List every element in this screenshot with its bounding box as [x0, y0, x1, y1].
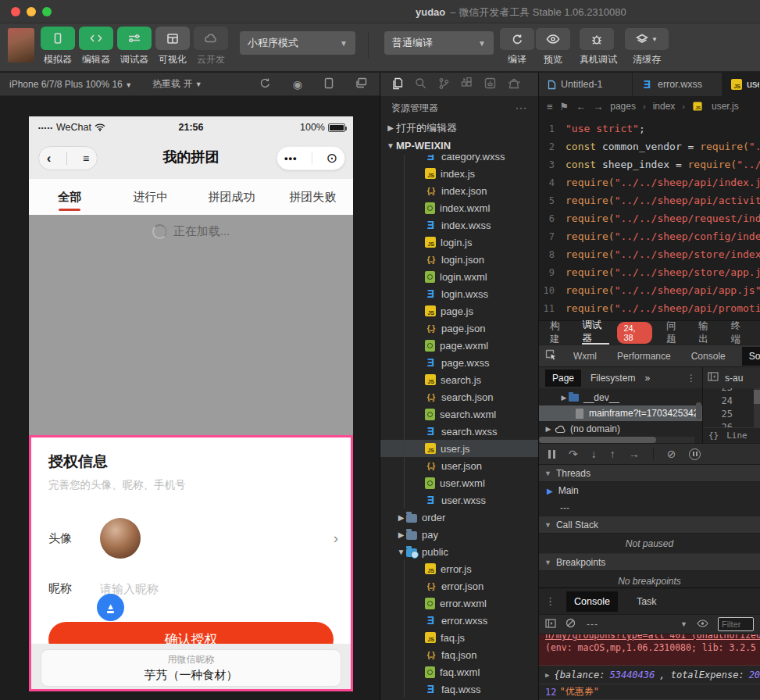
restart-simulator-icon[interactable]: [259, 77, 271, 91]
close-window-button[interactable]: [11, 7, 20, 16]
tab-in-progress[interactable]: 进行中: [110, 179, 191, 215]
code-line[interactable]: 4require("../../sheep/api/index.js": [539, 173, 760, 191]
collapse-sidebar-icon[interactable]: [708, 372, 719, 384]
multi-window-icon[interactable]: [355, 77, 367, 91]
file-row[interactable]: {..}faq.json: [380, 646, 538, 663]
vertical-scrollbar[interactable]: [754, 388, 760, 427]
more-tabs-icon[interactable]: »: [644, 373, 650, 384]
code-line[interactable]: 5require("../../sheep/api/activity.js": [539, 191, 760, 209]
file-row[interactable]: index.wxml: [380, 199, 538, 216]
file-row[interactable]: Ǝuser.wxss: [380, 491, 538, 509]
wechat-nickname-suggestion[interactable]: 用微信昵称 芋艿（一种食材）: [41, 649, 341, 687]
sitemap-icon[interactable]: [484, 77, 496, 91]
tab-build[interactable]: 构建: [550, 320, 568, 346]
tab-performance[interactable]: Performance: [613, 347, 675, 366]
code-line[interactable]: 8require("../../sheep/store/index.js": [539, 245, 760, 263]
file-row[interactable]: {..}user.json: [380, 457, 538, 474]
file-row[interactable]: JSuser.js: [380, 440, 538, 457]
tab-console[interactable]: Console: [566, 591, 618, 612]
tree-item-mainframe[interactable]: mainframe?t=1703425342: [539, 405, 702, 421]
threads-section[interactable]: ▼Threads: [539, 465, 760, 482]
editor-toggle-button[interactable]: 编辑器: [79, 27, 113, 66]
file-row[interactable]: {..}search.json: [380, 388, 538, 405]
code-line[interactable]: 2const common_vendor = require("../../sh…: [539, 138, 760, 155]
file-row[interactable]: search.wxml: [380, 405, 538, 423]
code-line[interactable]: 10require("../../sheep/api/app.js"): [539, 281, 760, 299]
file-row[interactable]: Ǝlogin.wxss: [380, 285, 538, 302]
pause-on-exceptions-icon[interactable]: [689, 448, 701, 460]
teapot-icon[interactable]: [508, 78, 521, 91]
device-frame-icon[interactable]: [324, 77, 334, 91]
file-row[interactable]: Ǝpage.wxss: [380, 354, 538, 371]
inspect-element-icon[interactable]: [545, 349, 557, 362]
code-line[interactable]: 9require("../../sheep/store/app.js": [539, 263, 760, 281]
console-error-entry[interactable]: h/my/groupons?type=all 401 (Unauthorized…: [539, 634, 760, 666]
file-row[interactable]: user.wxml: [380, 474, 538, 491]
file-row[interactable]: Ǝerror.wxss: [380, 612, 538, 629]
callstack-section[interactable]: ▼Call Stack: [539, 516, 760, 534]
search-icon[interactable]: [415, 77, 426, 91]
code-line[interactable]: 1"use strict";: [539, 120, 760, 138]
wechat-capsule[interactable]: ••• ⊙: [277, 146, 345, 170]
step-over-icon[interactable]: ↷: [569, 448, 578, 460]
file-row[interactable]: Ǝindex.wxss: [380, 216, 538, 234]
console-filter-input[interactable]: [718, 617, 754, 631]
clear-cache-button[interactable]: ▼ 清缓存: [625, 28, 669, 66]
hot-reload-toggle[interactable]: 热重载 开 ▼: [152, 77, 202, 91]
kebab-menu-icon[interactable]: ⋮: [687, 373, 696, 384]
file-row[interactable]: JSpage.js: [380, 302, 538, 320]
preview-button[interactable]: 预览: [536, 28, 570, 66]
user-avatar[interactable]: [100, 518, 141, 559]
breakpoints-section[interactable]: ▼Breakpoints: [539, 554, 760, 571]
tab-filesystem[interactable]: Filesystem: [591, 373, 635, 384]
file-row[interactable]: JSlogin.js: [380, 234, 538, 251]
clear-console-icon[interactable]: [566, 618, 576, 630]
tab-console[interactable]: Console: [687, 347, 730, 366]
file-row[interactable]: {..}login.json: [380, 251, 538, 268]
extensions-icon[interactable]: [461, 77, 473, 91]
source-file-tab[interactable]: s-au: [725, 373, 743, 384]
thread-main-row[interactable]: ▶Main: [539, 482, 760, 499]
step-icon[interactable]: →: [629, 448, 640, 460]
file-row[interactable]: {..}index.json: [380, 182, 538, 199]
deactivate-breakpoints-icon[interactable]: ⊘: [667, 448, 676, 460]
tab-wxml[interactable]: Wxml: [569, 347, 601, 366]
file-row[interactable]: Ǝfaq.wxss: [380, 680, 538, 698]
live-expression-eye-icon[interactable]: [697, 619, 708, 630]
project-root-section[interactable]: ▼ MP-WEIXIN: [380, 137, 538, 155]
nickname-input[interactable]: [100, 582, 256, 595]
folder-row[interactable]: ▼public: [380, 543, 538, 560]
tab-terminal[interactable]: 终端: [731, 320, 749, 346]
tab-failed[interactable]: 拼团失败: [272, 179, 353, 215]
tab-problems[interactable]: 问题: [666, 320, 684, 346]
tree-item-no-domain[interactable]: ▶ (no domain): [539, 421, 702, 437]
file-row[interactable]: JSfaq.js: [380, 629, 538, 646]
tree-item-dev[interactable]: ▶ __dev__: [539, 390, 702, 405]
debugger-toggle-button[interactable]: 调试器: [117, 27, 152, 66]
folder-row[interactable]: ▶pay: [380, 526, 538, 543]
simulator-toggle-button[interactable]: 模拟器: [41, 27, 75, 66]
code-line[interactable]: 6require("../../sheep/request/index.js": [539, 209, 760, 227]
tab-success[interactable]: 拼团成功: [191, 179, 273, 215]
context-selector[interactable]: ---: [587, 619, 598, 630]
console-sidebar-icon[interactable]: [545, 619, 556, 630]
source-control-icon[interactable]: [438, 77, 449, 92]
file-row[interactable]: JSerror.js: [380, 560, 538, 577]
back-arrow-icon[interactable]: ←: [576, 101, 586, 112]
step-into-icon[interactable]: ↓: [591, 448, 597, 460]
bookmark-icon[interactable]: ⚑: [560, 101, 569, 112]
file-row[interactable]: login.wxml: [380, 268, 538, 285]
file-row[interactable]: Ǝsearch.wxss: [380, 423, 538, 440]
pause-script-icon[interactable]: [548, 450, 555, 459]
tab-output[interactable]: 输出: [698, 320, 716, 346]
code-line[interactable]: 7require("../../sheep/config/index.js": [539, 227, 760, 245]
compile-mode-dropdown[interactable]: 普通编译▼: [384, 31, 494, 55]
folder-row[interactable]: ▶order: [380, 509, 538, 526]
file-row[interactable]: JSindex.js: [380, 165, 538, 182]
tab-untitled-1[interactable]: Untitled-1: [539, 73, 633, 96]
forward-arrow-icon[interactable]: →: [593, 101, 603, 112]
more-actions-icon[interactable]: ···: [516, 102, 527, 113]
record-icon[interactable]: ◉: [293, 78, 302, 91]
expand-arrow-icon[interactable]: ▶: [545, 671, 549, 679]
file-row[interactable]: error.wxml: [380, 595, 538, 612]
